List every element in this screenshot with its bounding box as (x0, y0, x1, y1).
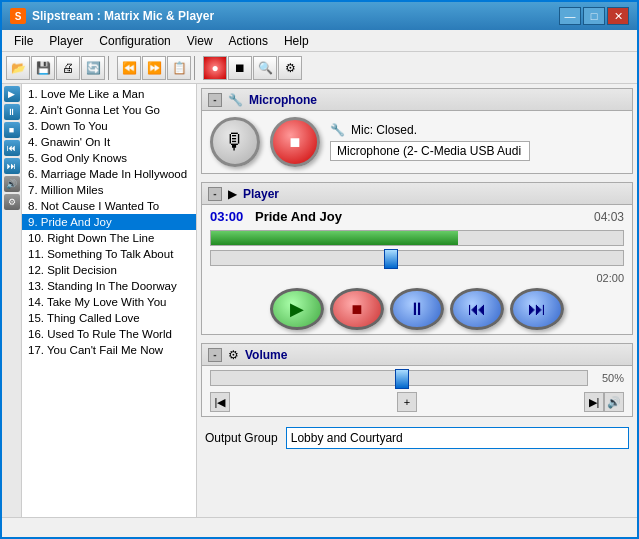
app-icon: S (10, 8, 26, 24)
microphone-section: - 🔧 Microphone 🎙 ■ 🔧 Mic: Closed. (201, 88, 633, 174)
toolbar-stop-button[interactable]: ⏹ (228, 56, 252, 80)
toolbar-separator-2 (194, 56, 200, 80)
pause-icon: ⏸ (408, 299, 426, 320)
next-button[interactable]: ⏭ (510, 288, 564, 330)
playlist-item-17[interactable]: 17. You Can't Fail Me Now (22, 342, 196, 358)
microphone-status-line: 🔧 Mic: Closed. (330, 123, 530, 137)
volume-header: - ⚙ Volume (202, 344, 632, 366)
toolbar-refresh-button[interactable]: 🔄 (81, 56, 105, 80)
player-controls: ▶ ■ ⏸ ⏮ ⏭ (210, 288, 624, 330)
window-title: Slipstream : Matrix Mic & Player (32, 9, 214, 23)
side-icon-7[interactable]: ⚙ (4, 194, 20, 210)
toolbar-list-button[interactable]: 📋 (167, 56, 191, 80)
playlist-item-3[interactable]: 3. Down To You (22, 118, 196, 134)
playlist-item-8[interactable]: 8. Not Cause I Wanted To (22, 198, 196, 214)
side-icon-4[interactable]: ⏮ (4, 140, 20, 156)
volume-add-button[interactable]: + (397, 392, 417, 412)
microphone-status: Mic: Closed. (351, 123, 417, 137)
pause-button[interactable]: ⏸ (390, 288, 444, 330)
player-body: 03:00 Pride And Joy 04:03 02:00 ▶ (202, 205, 632, 334)
right-panel: - 🔧 Microphone 🎙 ■ 🔧 Mic: Closed. (197, 84, 637, 517)
toolbar-open-button[interactable]: 📂 (6, 56, 30, 80)
playlist-item-1[interactable]: 1. Love Me Like a Man (22, 86, 196, 102)
microphone-info: 🔧 Mic: Closed. Microphone (2- C-Media US… (330, 123, 530, 161)
menu-configuration[interactable]: Configuration (91, 32, 178, 49)
output-group-row: Output Group (197, 421, 637, 453)
playlist-item-13[interactable]: 13. Standing In The Doorway (22, 278, 196, 294)
output-group-label: Output Group (205, 431, 278, 445)
volume-collapse-button[interactable]: - (208, 348, 222, 362)
side-icon-3[interactable]: ■ (4, 122, 20, 138)
minimize-button[interactable]: — (559, 7, 581, 25)
volume-end-button[interactable]: ▶| (584, 392, 604, 412)
progress-bar[interactable] (210, 230, 624, 246)
next-icon: ⏭ (528, 299, 546, 320)
title-controls: — □ ✕ (559, 7, 629, 25)
volume-section: - ⚙ Volume 50% |◀ + (201, 343, 633, 417)
microphone-icon-glyph: 🎙 (224, 129, 246, 155)
toolbar-record-button[interactable]: ● (203, 56, 227, 80)
play-button[interactable]: ▶ (270, 288, 324, 330)
playlist-item-7[interactable]: 7. Million Miles (22, 182, 196, 198)
side-icon-1[interactable]: ▶ (4, 86, 20, 102)
side-icon-2[interactable]: ⏸ (4, 104, 20, 120)
menu-bar: File Player Configuration View Actions H… (2, 30, 637, 52)
volume-percent: 50% (594, 372, 624, 384)
player-collapse-button[interactable]: - (208, 187, 222, 201)
volume-speaker-button[interactable]: 🔊 (604, 392, 624, 412)
stop-button[interactable]: ■ (330, 288, 384, 330)
player-title: Player (243, 187, 279, 201)
volume-icon: ⚙ (228, 348, 239, 362)
microphone-body: 🎙 ■ 🔧 Mic: Closed. Microphone (2- C-Medi… (202, 111, 632, 173)
playlist-item-4[interactable]: 4. Gnawin' On It (22, 134, 196, 150)
toolbar-save-button[interactable]: 💾 (31, 56, 55, 80)
playlist-item-12[interactable]: 12. Split Decision (22, 262, 196, 278)
side-icon-6[interactable]: 🔊 (4, 176, 20, 192)
now-playing: 03:00 Pride And Joy 04:03 (210, 209, 624, 224)
maximize-button[interactable]: □ (583, 7, 605, 25)
toolbar-print-button[interactable]: 🖨 (56, 56, 80, 80)
player-icon: ▶ (228, 187, 237, 201)
playlist-item-14[interactable]: 14. Take My Love With You (22, 294, 196, 310)
menu-file[interactable]: File (6, 32, 41, 49)
status-bar (2, 517, 637, 537)
menu-actions[interactable]: Actions (221, 32, 276, 49)
side-panel: ▶ ⏸ ■ ⏮ ⏭ 🔊 ⚙ (2, 84, 22, 517)
menu-help[interactable]: Help (276, 32, 317, 49)
volume-start-button[interactable]: |◀ (210, 392, 230, 412)
playlist-item-5[interactable]: 5. God Only Knows (22, 150, 196, 166)
volume-slider[interactable] (210, 370, 588, 386)
playlist-item-15[interactable]: 15. Thing Called Love (22, 310, 196, 326)
menu-view[interactable]: View (179, 32, 221, 49)
seek-time: 02:00 (210, 272, 624, 284)
microphone-icon: 🔧 (228, 93, 243, 107)
playlist-item-11[interactable]: 11. Something To Talk About (22, 246, 196, 262)
menu-player[interactable]: Player (41, 32, 91, 49)
microphone-start-button[interactable]: 🎙 (210, 117, 260, 167)
stop-icon: ■ (352, 299, 363, 320)
playlist-item-16[interactable]: 16. Used To Rule The World (22, 326, 196, 342)
toolbar-settings-button[interactable]: ⚙ (278, 56, 302, 80)
playlist-item-10[interactable]: 10. Right Down The Line (22, 230, 196, 246)
close-button[interactable]: ✕ (607, 7, 629, 25)
microphone-collapse-button[interactable]: - (208, 93, 222, 107)
volume-title: Volume (245, 348, 287, 362)
output-group-input[interactable] (286, 427, 629, 449)
toolbar-search-button[interactable]: 🔍 (253, 56, 277, 80)
side-icon-5[interactable]: ⏭ (4, 158, 20, 174)
seek-thumb[interactable] (384, 249, 398, 269)
volume-thumb[interactable] (395, 369, 409, 389)
prev-button[interactable]: ⏮ (450, 288, 504, 330)
title-bar-left: S Slipstream : Matrix Mic & Player (10, 8, 214, 24)
wrench-icon: 🔧 (330, 123, 345, 137)
toolbar-prev-button[interactable]: ⏪ (117, 56, 141, 80)
microphone-stop-button[interactable]: ■ (270, 117, 320, 167)
playlist-item-6[interactable]: 6. Marriage Made In Hollywood (22, 166, 196, 182)
prev-icon: ⏮ (468, 299, 486, 320)
player-header: - ▶ Player (202, 183, 632, 205)
seek-bar[interactable] (210, 250, 624, 266)
playlist-item-9[interactable]: 9. Pride And Joy (22, 214, 196, 230)
toolbar-next-button[interactable]: ⏩ (142, 56, 166, 80)
playlist-item-2[interactable]: 2. Ain't Gonna Let You Go (22, 102, 196, 118)
player-section: - ▶ Player 03:00 Pride And Joy 04:03 (201, 182, 633, 335)
